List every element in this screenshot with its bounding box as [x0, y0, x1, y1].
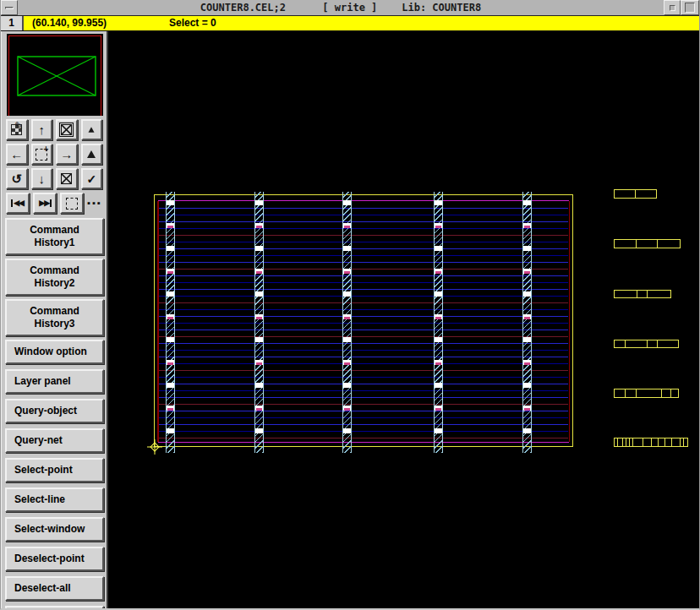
net-label-mark — [524, 408, 530, 411]
cell-outline[interactable] — [614, 189, 657, 199]
via-column — [522, 192, 532, 453]
zoom-area-icon: + — [36, 149, 47, 161]
cell-segment — [637, 240, 658, 248]
arrow-down-button[interactable]: ↓ — [31, 168, 53, 189]
via-contact — [255, 246, 263, 251]
window-number-badge[interactable]: 1 — [1, 16, 24, 30]
routing-track — [159, 384, 568, 384]
routing-track — [159, 255, 568, 256]
sidebar-button-deselect-point[interactable]: Deselect-point — [5, 547, 104, 571]
cell-segment — [658, 340, 678, 347]
routing-track — [159, 262, 568, 263]
zoom-out-hill-icon — [87, 126, 96, 133]
window-menu-button[interactable] — [1, 0, 18, 15]
more-options-button[interactable]: ▪▪▪ — [87, 199, 102, 208]
routing-track — [159, 296, 568, 297]
cell-outline[interactable] — [614, 438, 688, 447]
history-forward-icon: ▶▶ — [38, 199, 52, 207]
sidebar-button-window-option[interactable]: Window option — [5, 340, 104, 364]
net-label-mark — [256, 226, 262, 228]
selection-count: Select = 0 — [169, 16, 216, 30]
net-label-mark — [344, 362, 350, 365]
sidebar-button-select-line[interactable]: Select-line — [5, 487, 104, 512]
sidebar-button-command-history3[interactable]: Command History3 — [5, 299, 104, 336]
sidebar-button-select-point[interactable]: Select-point — [5, 458, 104, 482]
routing-track — [159, 235, 568, 236]
routing-track — [159, 330, 568, 330]
overview-panel[interactable] — [7, 34, 103, 116]
cell-segment — [615, 389, 626, 397]
select-box-button[interactable] — [60, 193, 84, 214]
layout-cell-block — [154, 194, 573, 447]
pan-rotate-button[interactable]: ↺ — [6, 168, 28, 189]
iconify-button[interactable] — [664, 0, 681, 15]
cell-segment — [615, 240, 637, 248]
paint-edit-button[interactable]: ✎ — [6, 119, 28, 140]
arrow-up-icon: ↑ — [39, 123, 46, 136]
sidebar-button-deselect-all[interactable]: Deselect-all — [5, 576, 104, 601]
history-back-button[interactable]: ◀◀ — [6, 193, 30, 214]
via-contact — [255, 337, 263, 342]
via-column — [342, 192, 352, 453]
via-contact — [167, 383, 174, 388]
routing-track — [159, 228, 568, 229]
sidebar-button-ruler[interactable]: Ruler — [5, 606, 104, 608]
net-label-mark — [524, 362, 530, 365]
arrow-up-button[interactable]: ↑ — [31, 119, 53, 140]
via-contact — [523, 428, 531, 433]
via-contact — [343, 291, 351, 297]
sidebar-button-command-history1[interactable]: Command History1 — [5, 218, 104, 255]
box-cross-double-button[interactable] — [56, 119, 78, 140]
zoom-area-button[interactable]: + — [31, 144, 53, 165]
history-forward-button[interactable]: ▶▶ — [33, 193, 57, 214]
via-contact — [523, 291, 531, 297]
cell-segment — [684, 438, 687, 446]
arrow-left-button[interactable]: ← — [6, 144, 28, 165]
via-column — [434, 192, 443, 453]
net-label-mark — [256, 271, 262, 274]
sidebar-button-query-net[interactable]: Query-net — [5, 428, 104, 453]
net-label-mark — [524, 226, 530, 228]
via-contact — [523, 200, 531, 205]
arrow-right-button[interactable]: → — [56, 144, 78, 165]
zoom-out-hill-button[interactable] — [81, 119, 103, 140]
box-cross-button[interactable] — [56, 168, 78, 189]
via-contact — [167, 428, 174, 433]
sidebar-button-query-object[interactable]: Query-object — [5, 399, 104, 423]
cell-outline[interactable] — [614, 340, 679, 348]
net-label-mark — [524, 317, 530, 319]
maximize-button[interactable] — [681, 0, 699, 15]
corner-check-icon: ✓ — [86, 173, 96, 185]
routing-track — [159, 397, 568, 398]
cell-outline[interactable] — [614, 290, 671, 298]
via-contact — [343, 200, 351, 205]
cell-outline[interactable] — [614, 239, 681, 248]
cell-segment — [643, 438, 652, 446]
routing-track — [159, 275, 568, 276]
sidebar-button-select-window[interactable]: Select-window — [5, 517, 104, 542]
net-label-mark — [256, 408, 262, 411]
history-back-icon: ◀◀ — [11, 199, 25, 207]
net-label-mark — [344, 226, 350, 228]
via-contact — [255, 428, 263, 433]
cell-outline[interactable] — [614, 389, 679, 398]
sidebar-button-layer-panel[interactable]: Layer panel — [5, 369, 104, 394]
via-column — [254, 192, 264, 453]
cell-segment — [671, 389, 678, 397]
cell-segment — [636, 190, 656, 198]
routing-track — [159, 363, 568, 364]
paint-edit-icon: ✎ — [11, 124, 22, 135]
via-contact — [435, 383, 442, 388]
routing-track — [159, 242, 568, 242]
cell-segment — [615, 291, 637, 297]
via-contact — [255, 291, 263, 297]
cell-segment — [626, 340, 648, 347]
zoom-in-hill-button[interactable] — [81, 144, 103, 165]
sidebar-button-command-history2[interactable]: Command History2 — [5, 259, 104, 296]
maximize-icon — [685, 3, 695, 13]
routing-track — [159, 215, 568, 215]
corner-check-button[interactable]: ✓ — [81, 168, 103, 189]
routing-track — [159, 370, 568, 371]
via-contact — [167, 200, 174, 205]
layout-canvas[interactable] — [108, 31, 699, 608]
